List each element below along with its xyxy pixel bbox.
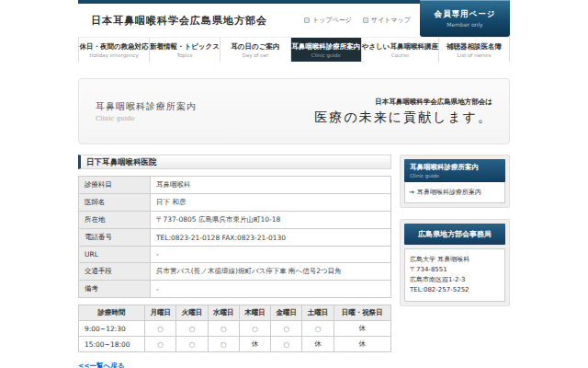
table-row: 診療科目 耳鼻咽喉科 [79,177,391,194]
sidebar-office-box: 広島県地方部会事務局 広島大学 耳鼻咽喉科 〒734-8551 広島市南区霞1-… [400,219,510,306]
hours-header: 日曜・祝祭日 [334,305,390,321]
table-row: 交通手段 呉市営バス(長ノ木循環線)堀町バス停下車 南へ信号2つ目角 [79,263,391,281]
table-row: URL - [79,247,391,263]
hours-time: 9:00~12:30 [79,321,145,337]
hours-cell: ○ [271,337,302,352]
row-label: 診療科目 [79,177,151,194]
sidebar-clinic-box-header: 耳鼻咽喉科診療所案内 Clinic guide [404,159,505,182]
row-value: 呉市営バス(長ノ木循環線)堀町バス停下車 南へ信号2つ目角 [151,263,391,281]
hours-cell: ○ [271,321,302,337]
row-value: 日下 和彦 [151,194,391,212]
slogan-small: 日本耳鼻咽喉科学会広島県地方部会は [314,98,492,107]
nav-item-label: 補聴器相談医名簿 [447,42,502,52]
site-header: 日本耳鼻咽喉科学会広島県地方部会 トップページ サイトマップ 会員専用ページ M… [78,4,510,37]
utility-links: トップページ サイトマップ [304,16,420,25]
nav-item-holiday-emergency[interactable]: 休日・夜間の救急対応 Holiday emergency [79,38,150,62]
table-row: 医師名 日下 和彦 [79,194,391,212]
row-value: 〒737-0805 広島県呉市東片山町10-18 [151,212,391,229]
row-label: 備考 [79,281,151,298]
hours-row: 15:00~18:00 ○ ○ ○ 休 ○ 休 休 [79,337,391,352]
row-label: 医師名 [79,194,151,212]
hours-cell: ○ [208,337,239,352]
sidebar-item-clinic-guide[interactable]: → 耳鼻咽喉科診療所案内 [404,182,505,203]
office-address-line: 広島大学 耳鼻咽喉科 [410,255,500,265]
member-page-button[interactable]: 会員専用ページ Member only [420,0,510,37]
nav-item-topics[interactable]: 新着情報・トピックス Topics [150,38,220,62]
nav-item-day-of-ear[interactable]: 耳の日のご案内 Day of ear [220,38,291,62]
hours-header: 診療時間 [79,305,145,321]
table-row: 電話番号 TEL:0823-21-0128 FAX:0823-21-0130 [79,229,391,247]
row-label: 交通手段 [79,263,151,281]
hero-left: 耳鼻咽喉科診療所案内 Clinic guide [96,100,197,122]
member-page-button-sublabel: Member only [447,21,482,28]
hours-header-row: 診療時間 月曜日 火曜日 水曜日 木曜日 金曜日 土曜日 日曜・祝祭日 [79,305,391,321]
sidebar-clinic-box: 耳鼻咽喉科診療所案内 Clinic guide → 耳鼻咽喉科診療所案内 [400,155,510,208]
hero-banner: 耳鼻咽喉科診療所案内 Clinic guide 日本耳鼻咽喉科学会広島県地方部会… [78,78,510,144]
hours-cell: 休 [334,337,390,352]
hours-header: 火曜日 [176,305,208,321]
nav-item-sublabel: Holiday emergency [89,52,138,58]
office-box-title: 広島県地方部会事務局 [404,224,505,245]
nav-item-label: 新着情報・トピックス [150,42,220,52]
hours-header: 月曜日 [145,305,176,321]
sidebar-item-label: 耳鼻咽喉科診療所案内 [417,188,481,197]
sidebar: 耳鼻咽喉科診療所案内 Clinic guide → 耳鼻咽喉科診療所案内 広島県… [400,155,510,306]
table-row: 所在地 〒737-0805 広島県呉市東片山町10-18 [79,212,391,229]
sitemap-link[interactable]: サイトマップ [363,16,411,25]
nav-item-hearing-aid-list[interactable]: 補聴器相談医名簿 List of names [439,38,510,62]
row-value: - [151,281,391,298]
clinic-info-table: 診療科目 耳鼻咽喉科 医師名 日下 和彦 所在地 〒737-0805 広島県呉市… [78,176,391,298]
hours-cell: ○ [176,321,208,337]
office-address-line: 広島市南区霞1-2-3 [410,275,500,285]
row-label: 所在地 [79,212,151,229]
nav-item-sublabel: Clinic guide [311,52,341,58]
clinic-name-heading: 日下耳鼻咽喉科医院 [78,155,391,169]
row-value: TEL:0823-21-0128 FAX:0823-21-0130 [151,229,391,247]
hours-cell: ○ [145,321,176,337]
hero-right: 日本耳鼻咽喉科学会広島県地方部会は 医療の未来に貢献します。 [314,98,492,126]
sidebar-clinic-box-title: 耳鼻咽喉科診療所案内 [410,163,500,172]
clinic-detail-column: 日下耳鼻咽喉科医院 診療科目 耳鼻咽喉科 医師名 日下 和彦 所在地 〒737-… [78,155,391,368]
sitemap-icon [363,17,368,23]
hours-cell: ○ [176,337,208,352]
toppage-link-label: トップページ [312,16,352,25]
hours-cell: ○ [145,337,176,352]
table-row: 備考 - [79,281,391,298]
site-title: 日本耳鼻咽喉科学会広島県地方部会 [78,14,267,28]
hours-header: 水曜日 [208,305,239,321]
sidebar-clinic-box-subtitle: Clinic guide [410,173,500,178]
hours-cell: ○ [302,321,334,337]
nav-item-label: 休日・夜間の救急対応 [79,42,148,52]
office-address-line: TEL:082-257-5252 [410,285,500,295]
row-label: URL [79,247,151,263]
nav-item-clinic-guide[interactable]: 耳鼻咽喉科診療所案内 Clinic guide [291,38,362,62]
toppage-link[interactable]: トップページ [304,16,352,25]
page-title: 耳鼻咽喉科診療所案内 [96,100,197,113]
office-address: 広島大学 耳鼻咽喉科 〒734-8551 広島市南区霞1-2-3 TEL:082… [404,248,505,302]
nav-item-sublabel: Course [391,52,409,58]
hours-header: 木曜日 [239,305,270,321]
clinic-hours-table: 診療時間 月曜日 火曜日 水曜日 木曜日 金曜日 土曜日 日曜・祝祭日 9:00… [78,305,391,352]
main-content: 日下耳鼻咽喉科医院 診療科目 耳鼻咽喉科 医師名 日下 和彦 所在地 〒737-… [78,155,510,368]
toppage-icon [304,17,310,23]
nav-item-sublabel: Day of ear [243,52,269,58]
nav-item-label: 耳鼻咽喉科診療所案内 [291,42,360,52]
nav-item-label: やさしい耳鼻咽喉科講座 [362,42,438,52]
member-page-button-label: 会員専用ページ [435,9,496,20]
row-value: 耳鼻咽喉科 [151,177,391,194]
back-to-list-link[interactable]: <<一覧へ戻る [78,362,124,368]
arrow-right-icon: → [409,189,414,196]
nav-item-sublabel: Topics [177,52,193,58]
hours-cell: ○ [208,321,239,337]
row-value: - [151,247,391,263]
hours-header: 土曜日 [302,305,334,321]
office-address-line: 〒734-8551 [410,265,500,275]
hours-cell: 休 [302,337,334,352]
nav-item-course[interactable]: やさしい耳鼻咽喉科講座 Course [362,38,439,62]
hours-cell: ○ [239,321,270,337]
page-subtitle: Clinic guide [96,115,197,122]
hours-header: 金曜日 [271,305,302,321]
slogan-large: 医療の未来に貢献します。 [314,109,492,126]
row-label: 電話番号 [79,229,151,247]
nav-item-label: 耳の日のご案内 [231,42,279,52]
